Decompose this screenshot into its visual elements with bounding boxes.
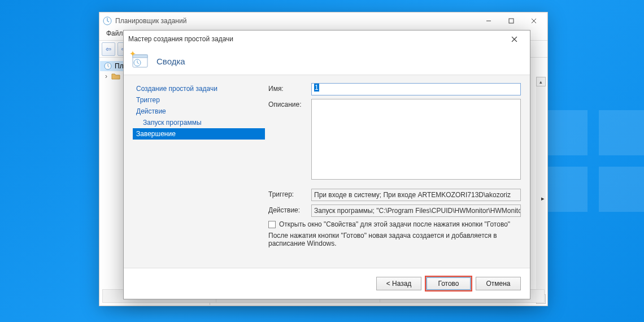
trigger-value: При входе в систему; При входе ARTEMKOZO… [311, 189, 521, 201]
action-value: Запуск программы; "C:\Program Files\CPUI… [311, 204, 521, 217]
dialog-close-button[interactable] [503, 31, 525, 47]
step-start-program[interactable]: Запуск программы [133, 117, 265, 128]
folder-icon [111, 72, 120, 81]
wizard-icon: ✦ [130, 51, 150, 71]
task-scheduler-icon [103, 62, 112, 71]
back-button[interactable]: < Назад [376, 277, 421, 290]
nav-back-button[interactable]: ⇦ [102, 42, 115, 56]
maximize-button[interactable] [500, 12, 523, 29]
create-basic-task-wizard: Мастер создания простой задачи ✦ Сводка … [123, 30, 530, 299]
step-action[interactable]: Действие [133, 106, 265, 117]
summary-form: Имя: 1 Описание: Триггер: При входе в си… [268, 83, 521, 262]
label-name: Имя: [268, 83, 311, 93]
cancel-button[interactable]: Отмена [476, 277, 521, 290]
finish-button[interactable]: Готово [426, 277, 471, 290]
description-input[interactable] [311, 99, 521, 180]
actions-scrollbar[interactable]: ▴ ▾ [536, 77, 546, 304]
sparkle-icon: ✦ [129, 49, 136, 58]
label-trigger: Триггер: [268, 189, 311, 198]
open-properties-label: Открыть окно "Свойства" для этой задачи … [279, 220, 510, 228]
scroll-up-icon[interactable]: ▴ [536, 77, 546, 86]
dialog-title: Мастер создания простой задачи [128, 35, 233, 43]
label-description: Описание: [268, 99, 311, 108]
dialog-titlebar[interactable]: Мастер создания простой задачи [124, 31, 530, 47]
titlebar[interactable]: Планировщик заданий [99, 12, 547, 29]
dialog-button-bar: < Назад Готово Отмена [124, 268, 530, 299]
task-scheduler-icon [103, 16, 112, 25]
wizard-header: Сводка [156, 56, 185, 66]
step-trigger[interactable]: Триггер [133, 94, 265, 106]
close-button[interactable] [523, 12, 545, 29]
label-action: Действие: [268, 204, 311, 214]
name-input[interactable]: 1 [311, 83, 521, 95]
chevron-right-icon: › [103, 72, 109, 80]
step-create-basic-task[interactable]: Создание простой задачи [133, 83, 265, 94]
open-properties-checkbox[interactable] [268, 221, 276, 228]
desktop-windows-logo [542, 110, 644, 212]
svg-rect-1 [509, 19, 514, 23]
finish-hint: После нажатия кнопки "Готово" новая зада… [268, 232, 521, 247]
minimize-button[interactable] [477, 12, 500, 29]
wizard-steps: Создание простой задачи Триггер Действие… [133, 83, 265, 140]
step-finish[interactable]: Завершение [133, 128, 265, 140]
window-title: Планировщик заданий [115, 17, 186, 25]
scroll-right-icon[interactable]: ▸ [541, 195, 545, 202]
